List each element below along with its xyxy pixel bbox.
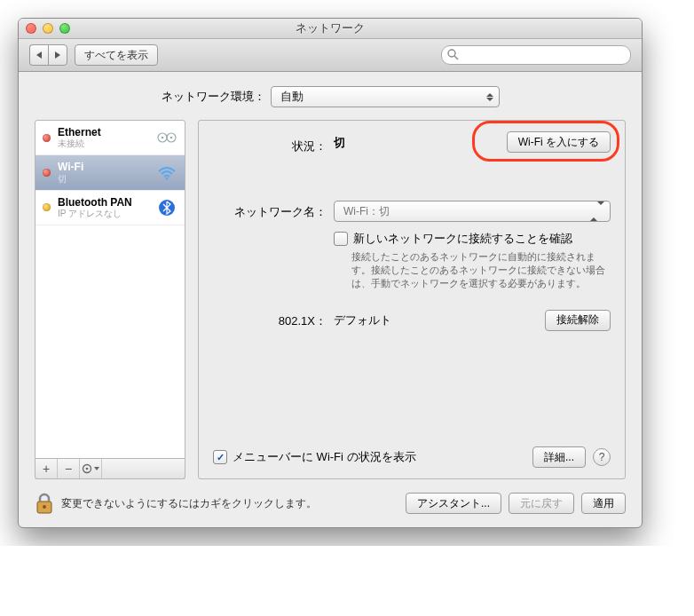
window-title: ネットワーク [19, 20, 642, 36]
sidebar-item-wifi[interactable]: Wi-Fi 切 [35, 155, 185, 190]
svg-line-1 [454, 56, 458, 59]
chevron-updown-icon [486, 93, 493, 101]
revert-button[interactable]: 元に戻す [509, 493, 574, 514]
remove-interface-button[interactable]: − [58, 459, 80, 478]
chevron-left-icon [36, 51, 42, 59]
sidebar-item-sublabel: IP アドレスなし [58, 209, 156, 219]
action-menu-button[interactable] [80, 459, 102, 478]
sidebar-footer: + − [35, 459, 185, 479]
lock-text: 変更できないようにするにはカギをクリックします。 [61, 496, 317, 511]
details-panel: 状況： 切 Wi-Fi を入にする ネットワーク名： Wi-Fi：切 [198, 120, 626, 479]
toolbar: すべてを表示 [19, 39, 642, 72]
svg-point-9 [86, 468, 89, 470]
ethernet-icon [156, 129, 177, 146]
svg-point-5 [170, 137, 173, 139]
sidebar-item-sublabel: 切 [58, 174, 156, 185]
dot1x-disconnect-button[interactable]: 接続解除 [545, 310, 611, 331]
confirm-new-checkbox-row: 新しいネットワークに接続することを確認 [334, 231, 611, 247]
status-dot-icon [43, 203, 51, 211]
add-interface-button[interactable]: + [35, 459, 58, 478]
svg-point-6 [166, 177, 169, 179]
network-preferences-window: ネットワーク すべてを表示 ネットワーク環境： 自動 [18, 18, 643, 528]
apply-button[interactable]: 適用 [581, 493, 626, 514]
sidebar-item-label: Bluetooth PAN [58, 196, 156, 209]
svg-point-4 [162, 137, 164, 139]
status-dot-icon [43, 134, 51, 142]
location-select[interactable]: 自動 [271, 86, 500, 107]
sidebar-item-bluetooth[interactable]: Bluetooth PAN IP アドレスなし [35, 191, 185, 225]
titlebar: ネットワーク [19, 19, 642, 39]
back-button[interactable] [29, 44, 48, 66]
svg-point-11 [43, 505, 46, 509]
location-label: ネットワーク環境： [162, 89, 265, 105]
confirm-new-checkbox[interactable] [334, 232, 348, 246]
show-all-button[interactable]: すべてを表示 [75, 44, 158, 66]
network-name-select[interactable]: Wi-Fi：切 [334, 201, 611, 222]
location-value: 自動 [280, 89, 304, 105]
sidebar-item-label: Ethernet [58, 126, 156, 138]
nav-segment [29, 44, 67, 66]
bluetooth-icon [156, 199, 177, 217]
help-button[interactable]: ? [593, 448, 611, 466]
wifi-icon [156, 164, 177, 182]
confirm-new-description: 接続したことのあるネットワークに自動的に接続されます。接続したことのあるネットワ… [334, 250, 611, 290]
bottom-bar: 変更できないようにするにはカギをクリックします。 アシスタント... 元に戻す … [35, 492, 626, 515]
assistant-button[interactable]: アシスタント... [406, 493, 501, 514]
wifi-toggle-button[interactable]: Wi-Fi を入にする [507, 131, 611, 153]
chevron-right-icon [55, 51, 60, 59]
menubar-checkbox[interactable] [213, 450, 227, 464]
sidebar-item-label: Wi-Fi [58, 161, 156, 173]
status-value: 切 [334, 136, 345, 149]
svg-point-0 [448, 50, 455, 57]
interfaces-sidebar: Ethernet 未接続 Wi-Fi 切 [35, 120, 185, 459]
menubar-label: メニューバーに Wi-Fi の状況を表示 [233, 449, 416, 465]
search-input[interactable] [441, 45, 631, 65]
network-name-value: Wi-Fi：切 [343, 204, 390, 219]
location-row: ネットワーク環境： 自動 [35, 86, 626, 107]
gear-icon [82, 463, 92, 474]
menubar-checkbox-row: メニューバーに Wi-Fi の状況を表示 [213, 449, 416, 465]
chevron-down-icon [94, 467, 99, 470]
network-name-label: ネットワーク名： [213, 201, 327, 220]
advanced-button[interactable]: 詳細... [532, 446, 586, 468]
dot1x-value: デフォルト [334, 312, 545, 328]
sidebar-item-sublabel: 未接続 [58, 138, 156, 149]
lock-icon[interactable] [35, 492, 54, 515]
chevron-updown-icon [590, 205, 604, 217]
sidebar-item-ethernet[interactable]: Ethernet 未接続 [35, 121, 185, 155]
confirm-new-label: 新しいネットワークに接続することを確認 [353, 231, 572, 247]
status-dot-icon [43, 169, 51, 177]
dot1x-label: 802.1X： [213, 310, 327, 329]
lock-row: 変更できないようにするにはカギをクリックします。 [35, 492, 398, 515]
forward-button[interactable] [48, 44, 67, 66]
status-label: 状況： [213, 135, 327, 154]
search-icon [447, 49, 459, 60]
